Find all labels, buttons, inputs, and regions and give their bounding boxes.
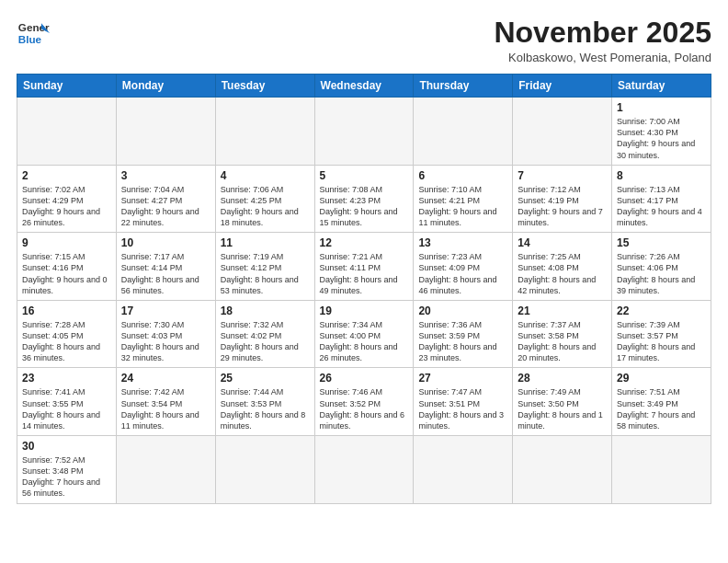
calendar-day: 19Sunrise: 7:34 AM Sunset: 4:00 PM Dayli…: [314, 300, 414, 368]
day-number: 27: [418, 372, 507, 385]
calendar-day: 5Sunrise: 7:08 AM Sunset: 4:23 PM Daylig…: [314, 165, 414, 233]
day-info: Sunrise: 7:23 AM Sunset: 4:09 PM Dayligh…: [418, 251, 507, 296]
day-number: 15: [617, 236, 706, 249]
calendar-day: [116, 436, 215, 504]
logo-icon: General Blue: [17, 17, 50, 50]
calendar-day: 10Sunrise: 7:17 AM Sunset: 4:14 PM Dayli…: [116, 233, 215, 301]
day-header-saturday: Saturday: [612, 75, 711, 98]
calendar-day: [414, 98, 513, 166]
day-info: Sunrise: 7:42 AM Sunset: 3:54 PM Dayligh…: [121, 386, 210, 431]
subtitle: Kolbaskowo, West Pomerania, Poland: [494, 51, 711, 64]
day-info: Sunrise: 7:36 AM Sunset: 3:59 PM Dayligh…: [418, 319, 507, 364]
day-number: 11: [221, 236, 310, 249]
day-number: 21: [518, 304, 607, 317]
day-header-sunday: Sunday: [17, 75, 117, 98]
day-number: 30: [22, 440, 111, 453]
calendar-day: [17, 98, 117, 166]
day-info: Sunrise: 7:34 AM Sunset: 4:00 PM Dayligh…: [320, 319, 409, 364]
day-number: 5: [320, 169, 409, 182]
calendar-day: [314, 436, 414, 504]
calendar-day: 30Sunrise: 7:52 AM Sunset: 3:48 PM Dayli…: [17, 436, 117, 504]
day-number: 23: [22, 372, 111, 385]
day-info: Sunrise: 7:47 AM Sunset: 3:51 PM Dayligh…: [418, 386, 507, 431]
calendar-day: 23Sunrise: 7:41 AM Sunset: 3:55 PM Dayli…: [17, 368, 117, 436]
calendar-day: 16Sunrise: 7:28 AM Sunset: 4:05 PM Dayli…: [17, 300, 117, 368]
calendar-day: [215, 436, 314, 504]
calendar-day: 18Sunrise: 7:32 AM Sunset: 4:02 PM Dayli…: [215, 300, 314, 368]
day-info: Sunrise: 7:17 AM Sunset: 4:14 PM Dayligh…: [121, 251, 210, 296]
day-number: 3: [121, 169, 210, 182]
calendar-day: 25Sunrise: 7:44 AM Sunset: 3:53 PM Dayli…: [215, 368, 314, 436]
calendar-week-3: 9Sunrise: 7:15 AM Sunset: 4:16 PM Daylig…: [17, 233, 711, 301]
day-info: Sunrise: 7:15 AM Sunset: 4:16 PM Dayligh…: [22, 251, 111, 296]
svg-text:Blue: Blue: [18, 33, 42, 45]
calendar-day: 6Sunrise: 7:10 AM Sunset: 4:21 PM Daylig…: [414, 165, 513, 233]
day-header-monday: Monday: [116, 75, 215, 98]
calendar-week-5: 23Sunrise: 7:41 AM Sunset: 3:55 PM Dayli…: [17, 368, 711, 436]
day-number: 4: [221, 169, 310, 182]
calendar-day: 17Sunrise: 7:30 AM Sunset: 4:03 PM Dayli…: [116, 300, 215, 368]
day-info: Sunrise: 7:30 AM Sunset: 4:03 PM Dayligh…: [121, 319, 210, 364]
day-info: Sunrise: 7:04 AM Sunset: 4:27 PM Dayligh…: [121, 184, 210, 229]
calendar-day: 15Sunrise: 7:26 AM Sunset: 4:06 PM Dayli…: [612, 233, 711, 301]
calendar-day: [612, 436, 711, 504]
calendar-day: 22Sunrise: 7:39 AM Sunset: 3:57 PM Dayli…: [612, 300, 711, 368]
month-title: November 2025: [494, 17, 711, 49]
day-number: 6: [418, 169, 507, 182]
calendar-day: [414, 436, 513, 504]
day-number: 26: [320, 372, 409, 385]
day-info: Sunrise: 7:08 AM Sunset: 4:23 PM Dayligh…: [320, 184, 409, 229]
day-info: Sunrise: 7:32 AM Sunset: 4:02 PM Dayligh…: [221, 319, 310, 364]
calendar-day: 12Sunrise: 7:21 AM Sunset: 4:11 PM Dayli…: [314, 233, 414, 301]
calendar-day: [513, 436, 612, 504]
calendar-week-1: 1Sunrise: 7:00 AM Sunset: 4:30 PM Daylig…: [17, 98, 711, 166]
day-info: Sunrise: 7:19 AM Sunset: 4:12 PM Dayligh…: [221, 251, 310, 296]
calendar-header-row: SundayMondayTuesdayWednesdayThursdayFrid…: [17, 75, 711, 98]
calendar-day: 27Sunrise: 7:47 AM Sunset: 3:51 PM Dayli…: [414, 368, 513, 436]
calendar-day: [215, 98, 314, 166]
calendar-day: 7Sunrise: 7:12 AM Sunset: 4:19 PM Daylig…: [513, 165, 612, 233]
day-number: 25: [221, 372, 310, 385]
day-header-tuesday: Tuesday: [215, 75, 314, 98]
calendar-day: 2Sunrise: 7:02 AM Sunset: 4:29 PM Daylig…: [17, 165, 117, 233]
day-info: Sunrise: 7:10 AM Sunset: 4:21 PM Dayligh…: [418, 184, 507, 229]
day-number: 22: [617, 304, 706, 317]
calendar-day: 11Sunrise: 7:19 AM Sunset: 4:12 PM Dayli…: [215, 233, 314, 301]
day-header-friday: Friday: [513, 75, 612, 98]
day-number: 28: [518, 372, 607, 385]
calendar-day: 1Sunrise: 7:00 AM Sunset: 4:30 PM Daylig…: [612, 98, 711, 166]
calendar: SundayMondayTuesdayWednesdayThursdayFrid…: [17, 74, 711, 503]
calendar-day: [116, 98, 215, 166]
day-info: Sunrise: 7:46 AM Sunset: 3:52 PM Dayligh…: [320, 386, 409, 431]
day-number: 17: [121, 304, 210, 317]
day-number: 10: [121, 236, 210, 249]
calendar-day: 24Sunrise: 7:42 AM Sunset: 3:54 PM Dayli…: [116, 368, 215, 436]
day-number: 2: [22, 169, 111, 182]
calendar-day: 3Sunrise: 7:04 AM Sunset: 4:27 PM Daylig…: [116, 165, 215, 233]
day-header-wednesday: Wednesday: [314, 75, 414, 98]
calendar-day: 29Sunrise: 7:51 AM Sunset: 3:49 PM Dayli…: [612, 368, 711, 436]
day-number: 14: [518, 236, 607, 249]
day-info: Sunrise: 7:02 AM Sunset: 4:29 PM Dayligh…: [22, 184, 111, 229]
calendar-day: 4Sunrise: 7:06 AM Sunset: 4:25 PM Daylig…: [215, 165, 314, 233]
day-info: Sunrise: 7:13 AM Sunset: 4:17 PM Dayligh…: [617, 184, 706, 229]
calendar-day: 21Sunrise: 7:37 AM Sunset: 3:58 PM Dayli…: [513, 300, 612, 368]
calendar-week-6: 30Sunrise: 7:52 AM Sunset: 3:48 PM Dayli…: [17, 436, 711, 504]
day-info: Sunrise: 7:52 AM Sunset: 3:48 PM Dayligh…: [22, 454, 111, 500]
day-number: 20: [418, 304, 507, 317]
day-number: 24: [121, 372, 210, 385]
day-number: 16: [22, 304, 111, 317]
calendar-day: [513, 98, 612, 166]
day-info: Sunrise: 7:44 AM Sunset: 3:53 PM Dayligh…: [221, 386, 310, 431]
calendar-day: 28Sunrise: 7:49 AM Sunset: 3:50 PM Dayli…: [513, 368, 612, 436]
day-info: Sunrise: 7:26 AM Sunset: 4:06 PM Dayligh…: [617, 251, 706, 296]
day-info: Sunrise: 7:12 AM Sunset: 4:19 PM Dayligh…: [518, 184, 607, 229]
day-info: Sunrise: 7:28 AM Sunset: 4:05 PM Dayligh…: [22, 319, 111, 364]
day-number: 19: [320, 304, 409, 317]
day-info: Sunrise: 7:41 AM Sunset: 3:55 PM Dayligh…: [22, 386, 111, 431]
day-number: 12: [320, 236, 409, 249]
calendar-day: 14Sunrise: 7:25 AM Sunset: 4:08 PM Dayli…: [513, 233, 612, 301]
calendar-day: 26Sunrise: 7:46 AM Sunset: 3:52 PM Dayli…: [314, 368, 414, 436]
header: General Blue November 2025 Kolbaskowo, W…: [17, 17, 711, 64]
day-info: Sunrise: 7:00 AM Sunset: 4:30 PM Dayligh…: [617, 116, 706, 161]
